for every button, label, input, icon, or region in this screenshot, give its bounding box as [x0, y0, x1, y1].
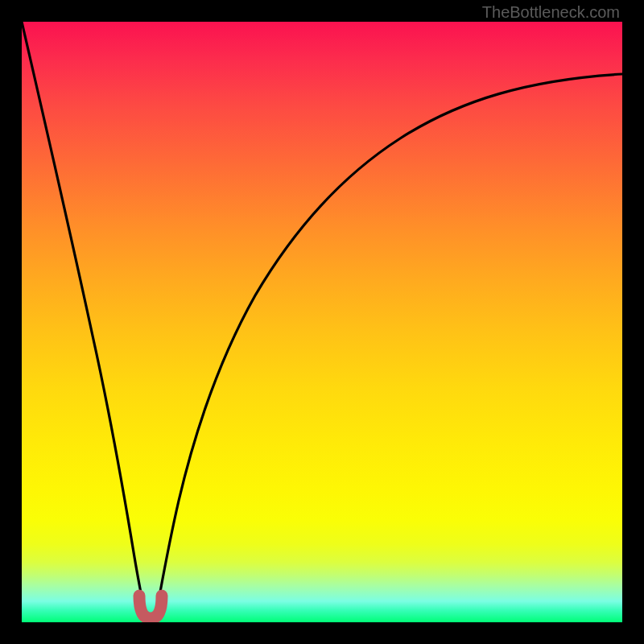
chart-frame: TheBottleneck.com — [0, 0, 644, 644]
optimal-marker — [139, 596, 162, 618]
plot-area — [22, 22, 622, 622]
bottleneck-curve — [22, 22, 622, 617]
chart-svg — [22, 22, 622, 622]
watermark-text: TheBottleneck.com — [482, 3, 620, 22]
